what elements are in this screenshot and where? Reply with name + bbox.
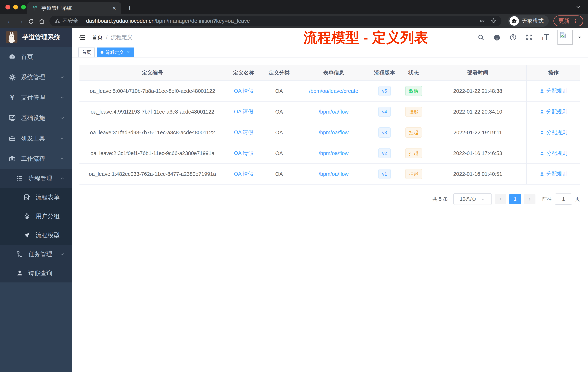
fullscreen-icon[interactable] [525, 33, 533, 41]
chrome-update-button[interactable]: 更新 ⋮ [554, 15, 583, 26]
version-badge: v1 [378, 169, 390, 179]
definition-name-link[interactable]: OA 请假 [234, 170, 253, 178]
form-link[interactable]: /bpm/oa/leave/create [309, 88, 358, 94]
chevron-down-icon [59, 251, 65, 257]
browser-chrome: 芋道管理系统 ✕ + ← → 不安全 dashboard.yud [0, 0, 588, 28]
sidebar-item-dev-tools[interactable]: 研发工具 [0, 128, 72, 149]
sidebar-item-workflow[interactable]: 工作流程 [0, 149, 72, 169]
sidebar-item-process-form[interactable]: 流程表单 [0, 188, 72, 207]
sidebar-item-payment[interactable]: ¥ 支付管理 [0, 87, 72, 108]
definition-name-link[interactable]: OA 请假 [234, 108, 253, 115]
pagination-total: 共 5 条 [432, 196, 448, 202]
definition-name-link[interactable]: OA 请假 [234, 129, 253, 136]
briefcase-icon [8, 155, 16, 163]
form-icon [23, 194, 31, 201]
status-badge: 激活 [405, 86, 422, 96]
reload-button[interactable] [26, 17, 36, 25]
column-header: 定义分类 [262, 65, 296, 80]
status-badge: 挂起 [405, 148, 422, 158]
version-badge: v5 [378, 86, 390, 96]
next-page-button[interactable] [524, 194, 536, 204]
page-number-1[interactable]: 1 [509, 194, 521, 204]
chevron-down-icon [59, 75, 65, 80]
incognito-label: 无痕模式 [522, 17, 544, 25]
sidebar-item-infrastructure[interactable]: 基础设施 [0, 108, 72, 128]
security-label: 不安全 [63, 17, 78, 25]
chrome-menu-dots-icon[interactable]: ⋮ [573, 18, 578, 24]
form-link[interactable]: /bpm/oa/flow [319, 171, 348, 177]
zoom-window-button[interactable] [21, 5, 26, 10]
chevron-down-icon [481, 197, 485, 201]
page-size-select[interactable]: 10条/页 [453, 193, 492, 205]
breadcrumb-home[interactable]: 首页 [92, 34, 103, 41]
chevron-left-icon [498, 197, 503, 202]
table-row: oa_leave:2:3c1f0ef1-76b1-11ec-9c66-a2380… [79, 143, 580, 164]
definition-name-link[interactable]: OA 请假 [234, 150, 253, 157]
definition-name-link[interactable]: OA 请假 [234, 87, 253, 95]
new-tab-button[interactable]: + [127, 3, 132, 13]
definition-table: 定义编号 定义名称 定义分类 表单信息 流程版本 状态 部署时间 操作 oa_l… [79, 65, 580, 185]
assign-rule-link[interactable]: 分配规则 [539, 108, 567, 115]
column-header: 表单信息 [296, 65, 371, 80]
chevron-up-icon [59, 156, 65, 161]
help-icon[interactable] [509, 33, 517, 41]
sidebar-item-process-management[interactable]: 流程管理 [0, 169, 72, 188]
sidebar-item-user-groups[interactable]: 用户分组 [0, 207, 72, 226]
overlay-annotation-title: 流程模型 - 定义列表 [304, 28, 428, 47]
bookmark-star-icon[interactable] [490, 18, 497, 24]
close-window-button[interactable] [5, 5, 10, 10]
form-link[interactable]: /bpm/oa/flow [319, 130, 348, 136]
collapse-sidebar-icon[interactable] [78, 33, 86, 41]
github-icon[interactable] [493, 33, 501, 41]
definition-id: oa_leave:2:3c1f0ef1-76b1-11ec-9c66-a2380… [79, 143, 225, 164]
url-divider [82, 18, 82, 24]
definition-category: OA [262, 143, 296, 164]
definition-id: oa_leave:1:482ec033-762a-11ec-8477-a2380… [79, 164, 225, 184]
font-size-icon[interactable]: TT [541, 33, 549, 42]
sidebar: 芋道管理系统 首页 系统管理 ¥ 支付管理 [0, 28, 72, 372]
tab-strip: 芋道管理系统 ✕ + [0, 0, 588, 14]
caret-down-icon [578, 35, 582, 40]
form-link[interactable]: /bpm/oa/flow [319, 150, 348, 156]
tab-search-chevron-icon[interactable] [575, 4, 581, 10]
assign-rule-link[interactable]: 分配规则 [539, 129, 567, 136]
deploy-time: 2022-01-16 17:46:53 [429, 143, 526, 164]
url-text: dashboard.yudao.iocoder.cn/bpm/manager/d… [86, 18, 250, 24]
home-button[interactable] [36, 17, 47, 25]
tag-home[interactable]: 首页 [78, 47, 95, 57]
browser-tab[interactable]: 芋道管理系统 ✕ [27, 2, 121, 14]
breadcrumb: 首页 / 流程定义 [92, 34, 133, 41]
tag-process-definition[interactable]: 流程定义 ✕ [97, 47, 134, 57]
goto-page-input[interactable] [555, 194, 572, 205]
sidebar-item-home[interactable]: 首页 [0, 47, 72, 67]
back-button[interactable]: ← [5, 17, 15, 25]
forward-button[interactable]: → [15, 17, 26, 25]
version-badge: v4 [378, 107, 390, 117]
sidebar-item-leave-query[interactable]: 请假查询 [0, 263, 72, 283]
search-icon[interactable] [477, 34, 484, 41]
deploy-time: 2022-01-22 21:48:38 [429, 81, 526, 101]
prev-page-button[interactable] [495, 194, 506, 204]
assign-rule-link[interactable]: 分配规则 [539, 170, 567, 178]
minimize-window-button[interactable] [13, 5, 18, 10]
chevron-down-icon [59, 95, 65, 100]
tag-close-icon[interactable]: ✕ [127, 50, 130, 55]
address-bar[interactable]: 不安全 dashboard.yudao.iocoder.cn/bpm/manag… [50, 16, 502, 26]
assign-rule-link[interactable]: 分配规则 [539, 87, 567, 95]
incognito-icon [509, 16, 519, 26]
password-key-icon[interactable] [479, 18, 485, 24]
avatar[interactable] [557, 30, 573, 45]
table-row: oa_leave:1:482ec033-762a-11ec-8477-a2380… [79, 164, 580, 185]
sidebar-logo[interactable]: 芋道管理系统 [0, 28, 72, 47]
definition-category: OA [262, 81, 296, 101]
logo-rabbit-image [6, 31, 17, 43]
tab-close-icon[interactable]: ✕ [112, 5, 116, 11]
form-link[interactable]: /bpm/oa/flow [319, 109, 348, 115]
avatar-menu[interactable] [557, 30, 582, 45]
sidebar-item-task-management[interactable]: 任务管理 [0, 245, 72, 263]
sidebar-item-process-model[interactable]: 流程模型 [0, 226, 72, 245]
tags-view-bar: 首页 流程定义 ✕ [72, 47, 588, 58]
sidebar-item-system[interactable]: 系统管理 [0, 67, 72, 87]
assign-rule-link[interactable]: 分配规则 [539, 150, 567, 157]
paper-plane-icon [23, 231, 31, 239]
